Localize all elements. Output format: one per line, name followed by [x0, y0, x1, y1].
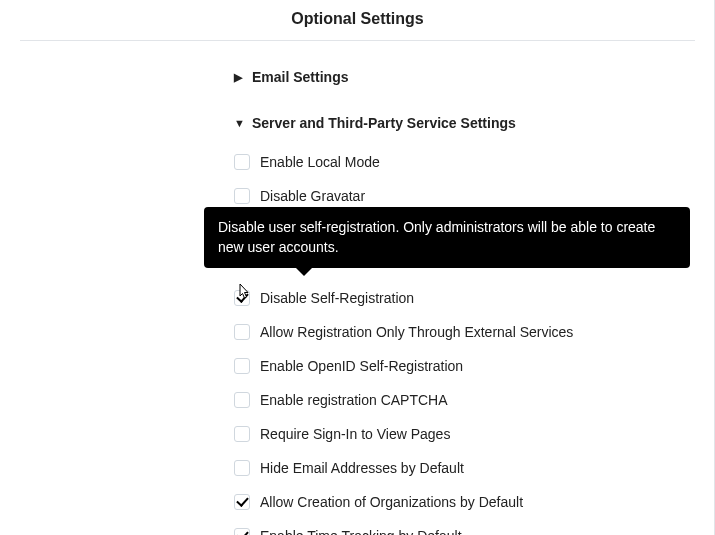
- option-label[interactable]: Disable Gravatar: [260, 188, 365, 204]
- option-disable-self-registration[interactable]: Disable Self-Registration: [234, 281, 695, 315]
- option-label[interactable]: Enable OpenID Self-Registration: [260, 358, 463, 374]
- option-label[interactable]: Enable Time Tracking by Default: [260, 528, 462, 535]
- section-email-settings[interactable]: ▶ Email Settings: [234, 59, 695, 95]
- option-signin-view[interactable]: Require Sign-In to View Pages: [234, 417, 695, 451]
- option-hide-email[interactable]: Hide Email Addresses by Default: [234, 451, 695, 485]
- option-local-mode[interactable]: Enable Local Mode: [234, 145, 695, 179]
- section-server-settings[interactable]: ▼ Server and Third-Party Service Setting…: [234, 105, 695, 141]
- option-label[interactable]: Allow Registration Only Through External…: [260, 324, 573, 340]
- section-label: Server and Third-Party Service Settings: [252, 115, 516, 131]
- checkbox-local-mode[interactable]: [234, 154, 250, 170]
- server-options-list: Enable Local Mode Disable Gravatar Disab…: [234, 145, 695, 535]
- option-label[interactable]: Enable Local Mode: [260, 154, 380, 170]
- tooltip: Disable user self-registration. Only adm…: [204, 207, 690, 268]
- checkbox-captcha[interactable]: [234, 392, 250, 408]
- option-label[interactable]: Require Sign-In to View Pages: [260, 426, 450, 442]
- checkbox-external-only[interactable]: [234, 324, 250, 340]
- chevron-down-icon: ▼: [234, 117, 248, 129]
- option-label[interactable]: Allow Creation of Organizations by Defau…: [260, 494, 523, 510]
- option-label[interactable]: Enable registration CAPTCHA: [260, 392, 448, 408]
- section-label: Email Settings: [252, 69, 348, 85]
- page-title: Optional Settings: [0, 0, 715, 40]
- option-time-tracking[interactable]: Enable Time Tracking by Default: [234, 519, 695, 535]
- option-external-only[interactable]: Allow Registration Only Through External…: [234, 315, 695, 349]
- checkbox-time-tracking[interactable]: [234, 528, 250, 535]
- checkbox-openid-self-reg[interactable]: [234, 358, 250, 374]
- checkbox-org-creation[interactable]: [234, 494, 250, 510]
- checkbox-disable-gravatar[interactable]: [234, 188, 250, 204]
- option-label[interactable]: Disable Self-Registration: [260, 290, 414, 306]
- option-org-creation[interactable]: Allow Creation of Organizations by Defau…: [234, 485, 695, 519]
- checkbox-hide-email[interactable]: [234, 460, 250, 476]
- checkbox-disable-self-registration[interactable]: [234, 290, 250, 306]
- checkbox-signin-view[interactable]: [234, 426, 250, 442]
- option-label[interactable]: Hide Email Addresses by Default: [260, 460, 464, 476]
- option-captcha[interactable]: Enable registration CAPTCHA: [234, 383, 695, 417]
- title-divider: [20, 40, 695, 41]
- chevron-right-icon: ▶: [234, 71, 248, 84]
- option-openid-self-reg[interactable]: Enable OpenID Self-Registration: [234, 349, 695, 383]
